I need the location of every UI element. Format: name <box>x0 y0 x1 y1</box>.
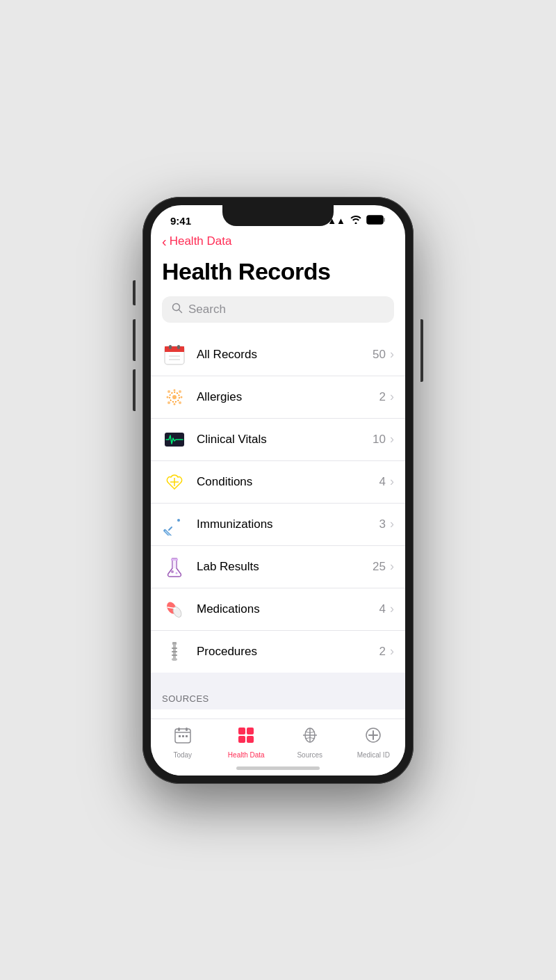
allergies-chevron-icon: › <box>390 389 394 404</box>
search-icon <box>172 303 183 316</box>
svg-rect-39 <box>172 651 177 652</box>
tab-today[interactable]: Today <box>151 725 215 759</box>
list-item-conditions[interactable]: Conditions 4 › <box>151 461 405 504</box>
medications-icon <box>162 597 187 622</box>
conditions-chevron-icon: › <box>390 474 394 489</box>
phone-frame: 9:41 ▲▲▲ <box>142 197 414 784</box>
screen-content: ‹ Health Data Health Records Search <box>151 231 405 709</box>
allergies-icon <box>162 385 187 410</box>
svg-rect-30 <box>172 559 177 568</box>
battery-icon <box>366 215 386 227</box>
medical-id-tab-label: Medical ID <box>357 751 390 759</box>
search-bar[interactable]: Search <box>162 296 394 323</box>
allergies-label: Allergies <box>197 390 379 404</box>
svg-rect-49 <box>238 728 245 734</box>
time-display: 9:41 <box>170 215 191 227</box>
svg-rect-10 <box>177 345 180 349</box>
page-title: Health Records <box>151 255 405 296</box>
back-nav[interactable]: ‹ Health Data <box>151 231 405 255</box>
svg-point-16 <box>179 390 181 393</box>
svg-rect-1 <box>367 216 383 224</box>
svg-point-0 <box>355 223 357 225</box>
list-item-clinical-vitals[interactable]: Clinical Vitals 10 › <box>151 419 405 461</box>
list-item-allergies[interactable]: Allergies 2 › <box>151 376 405 419</box>
svg-point-20 <box>174 403 176 405</box>
immunizations-count: 3 <box>379 517 386 531</box>
lab-results-icon <box>162 554 187 579</box>
all-records-label: All Records <box>197 348 373 362</box>
today-tab-icon <box>174 726 192 748</box>
clinical-vitals-label: Clinical Vitals <box>197 433 373 447</box>
svg-rect-46 <box>179 735 181 737</box>
back-chevron-icon: ‹ <box>162 234 167 250</box>
sources-section-label: SOURCES <box>162 693 209 704</box>
svg-point-19 <box>174 389 176 391</box>
svg-rect-48 <box>186 735 188 737</box>
conditions-icon <box>162 469 187 495</box>
svg-point-31 <box>171 570 174 573</box>
tab-health-data[interactable]: Health Data <box>215 725 279 759</box>
medications-count: 4 <box>379 602 386 616</box>
svg-rect-50 <box>247 728 254 734</box>
svg-point-17 <box>167 401 170 404</box>
list-item-medications[interactable]: Medications 4 › <box>151 588 405 631</box>
volume-up-button <box>133 319 136 361</box>
svg-rect-40 <box>172 654 177 656</box>
medications-chevron-icon: › <box>390 602 394 616</box>
sources-tab-icon <box>301 726 319 748</box>
list-item-immunizations[interactable]: Immunizations 3 › <box>151 504 405 546</box>
clinical-vitals-count: 10 <box>373 433 386 447</box>
procedures-label: Procedures <box>197 645 379 659</box>
all-records-chevron-icon: › <box>390 347 394 362</box>
svg-rect-44 <box>178 728 180 731</box>
back-nav-label: Health Data <box>170 234 232 248</box>
immunizations-chevron-icon: › <box>390 517 394 531</box>
svg-rect-52 <box>247 736 254 743</box>
phone-screen: 9:41 ▲▲▲ <box>151 205 405 776</box>
power-button <box>420 319 423 382</box>
immunizations-icon <box>162 512 187 537</box>
clinical-vitals-icon <box>162 427 187 452</box>
all-records-count: 50 <box>373 348 386 362</box>
svg-rect-2 <box>384 218 385 222</box>
tab-sources[interactable]: Sources <box>278 725 342 759</box>
svg-point-15 <box>167 390 170 393</box>
lab-results-label: Lab Results <box>197 560 373 574</box>
lab-results-chevron-icon: › <box>390 559 394 574</box>
svg-point-41 <box>172 658 177 661</box>
notch <box>222 205 334 226</box>
procedures-icon <box>162 639 187 664</box>
all-records-icon <box>162 342 187 367</box>
svg-rect-8 <box>165 349 184 352</box>
medical-id-tab-icon <box>364 726 382 748</box>
list-item-lab-results[interactable]: Lab Results 25 › <box>151 546 405 588</box>
list-item-all-records[interactable]: All Records 50 › <box>151 334 405 376</box>
svg-point-32 <box>176 572 178 574</box>
lab-results-count: 25 <box>373 560 386 574</box>
svg-rect-9 <box>169 345 172 349</box>
health-data-tab-icon <box>237 726 255 748</box>
svg-point-14 <box>172 395 177 399</box>
svg-rect-47 <box>182 735 184 737</box>
conditions-label: Conditions <box>197 475 379 489</box>
home-indicator <box>236 766 320 770</box>
tab-medical-id[interactable]: Medical ID <box>342 725 406 759</box>
svg-rect-45 <box>186 728 188 731</box>
search-placeholder: Search <box>188 303 226 316</box>
svg-point-18 <box>179 401 181 404</box>
svg-rect-38 <box>172 648 177 649</box>
wifi-icon <box>350 215 362 226</box>
sources-header: SOURCES <box>151 673 405 709</box>
sources-tab-label: Sources <box>297 751 322 759</box>
list-item-procedures[interactable]: Procedures 2 › <box>151 631 405 673</box>
svg-point-21 <box>167 396 169 398</box>
procedures-chevron-icon: › <box>390 644 394 659</box>
procedures-count: 2 <box>379 645 386 659</box>
records-list: All Records 50 › <box>151 334 405 673</box>
today-tab-label: Today <box>173 751 192 759</box>
clinical-vitals-chevron-icon: › <box>390 432 394 447</box>
health-data-tab-label: Health Data <box>228 751 265 759</box>
svg-line-4 <box>179 310 182 312</box>
allergies-count: 2 <box>379 390 386 404</box>
svg-rect-51 <box>238 736 245 743</box>
